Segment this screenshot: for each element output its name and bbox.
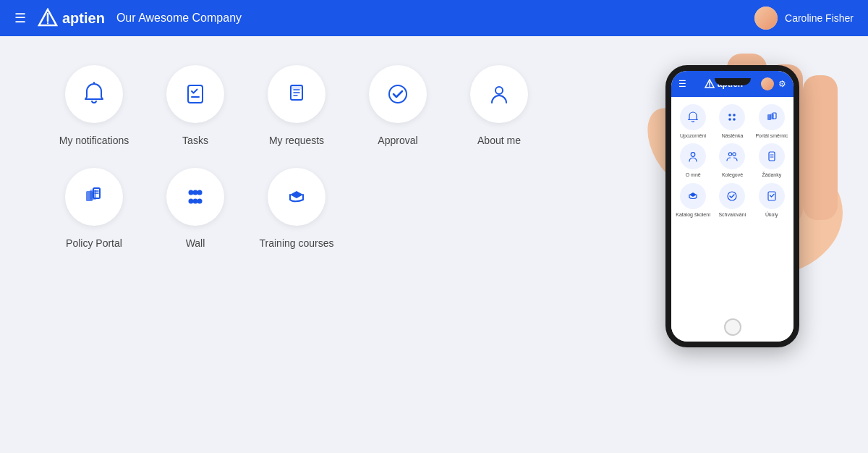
- svg-point-35: [729, 118, 732, 121]
- phone-label-4: Kolegové: [722, 172, 743, 178]
- phone-requests-icon: [765, 150, 778, 163]
- svg-rect-43: [769, 152, 775, 161]
- svg-point-32: [709, 86, 710, 87]
- logo: aptien: [38, 8, 105, 28]
- label-wall: Wall: [186, 237, 205, 249]
- phone-item-6[interactable]: Katalog školení: [676, 183, 710, 218]
- logo-text: aptien: [62, 10, 105, 27]
- requests-icon: [284, 81, 310, 107]
- icon-item-approval[interactable]: Approval: [347, 65, 448, 146]
- icon-item-policy[interactable]: Policy Portal: [43, 168, 145, 249]
- icon-circle-approval: [369, 65, 427, 123]
- phone-hamburger-icon: ☰: [678, 79, 686, 89]
- icons-row-1: My notifications Tasks: [43, 65, 608, 146]
- training-icon: [284, 184, 310, 210]
- phone-label-7: Schvalování: [718, 212, 746, 218]
- svg-point-34: [733, 114, 736, 117]
- icon-item-about[interactable]: About me: [448, 65, 550, 146]
- phone-icon-circle-8: [759, 183, 785, 209]
- phone-label-3: O mně: [686, 172, 701, 178]
- phone-label-1: Nástěnka: [722, 133, 744, 139]
- icon-item-notifications[interactable]: My notifications: [43, 65, 145, 146]
- phone-icon-circle-5: [759, 143, 785, 169]
- phone-item-7[interactable]: Schvalování: [715, 183, 749, 218]
- icon-item-requests[interactable]: My requests: [246, 65, 347, 146]
- phone-home-button[interactable]: [724, 318, 741, 336]
- label-training: Training courses: [260, 237, 334, 249]
- phone-label-0: Upozornění: [680, 133, 706, 139]
- phone-icon-circle-0: [680, 104, 706, 130]
- svg-point-18: [189, 190, 194, 195]
- wall-icon: [182, 184, 208, 210]
- label-requests: My requests: [269, 135, 324, 146]
- tasks-icon: [182, 81, 208, 107]
- icon-item-training[interactable]: Training courses: [246, 168, 347, 249]
- hamburger-menu[interactable]: ☰: [14, 12, 26, 25]
- phone-bell-icon: [686, 111, 699, 124]
- svg-point-23: [193, 199, 198, 204]
- icon-circle-notifications: [65, 65, 123, 123]
- phone-logo-icon: [705, 79, 715, 89]
- label-about: About me: [477, 135, 521, 146]
- phone-label-8: Úkoly: [765, 212, 778, 218]
- phone-wall-icon: [726, 111, 739, 124]
- phone-colleagues-icon: [726, 150, 739, 163]
- icon-circle-tasks: [166, 65, 224, 123]
- icons-section: My notifications Tasks: [43, 65, 608, 271]
- svg-rect-10: [291, 85, 302, 89]
- icon-circle-about: [470, 65, 528, 123]
- phone-item-2[interactable]: Portál směrnic: [754, 104, 789, 139]
- icon-item-wall[interactable]: Wall: [145, 168, 246, 249]
- main-content: My notifications Tasks: [0, 36, 868, 271]
- phone-item-8[interactable]: Úkoly: [754, 183, 789, 218]
- phone-label-5: Žádanky: [762, 172, 781, 178]
- phone-icon-circle-7: [719, 183, 745, 209]
- phone-item-1[interactable]: Nástěnka: [715, 104, 749, 139]
- about-icon: [486, 81, 512, 107]
- phone-gear-icon: ⚙: [778, 79, 786, 89]
- svg-point-42: [733, 153, 736, 156]
- phone-grid: Upozornění: [676, 104, 789, 218]
- phone-content: Upozornění: [671, 97, 793, 342]
- svg-point-11: [389, 85, 407, 103]
- phone-icon-circle-6: [680, 183, 706, 209]
- svg-point-19: [197, 190, 203, 195]
- phone-avatar: [761, 77, 774, 90]
- icon-circle-policy: [65, 168, 123, 226]
- icon-item-tasks[interactable]: Tasks: [145, 65, 246, 146]
- phone-icon-circle-1: [719, 104, 745, 130]
- svg-point-2: [47, 22, 48, 24]
- phone-label-6: Katalog školení: [676, 212, 710, 218]
- phone-label-2: Portál směrnic: [755, 133, 788, 139]
- svg-point-36: [733, 118, 736, 121]
- label-tasks: Tasks: [182, 135, 208, 146]
- phone-icon-circle-2: [759, 104, 785, 130]
- phone-item-4[interactable]: Kolegové: [715, 143, 749, 178]
- phone-training-icon: [686, 190, 699, 203]
- icon-circle-wall: [166, 168, 224, 226]
- svg-point-40: [691, 153, 695, 157]
- approval-icon: [385, 81, 411, 107]
- svg-point-41: [729, 153, 732, 156]
- phone-about-icon: [686, 150, 699, 163]
- icon-circle-training: [268, 168, 326, 226]
- phone-section: ☰ aptien ⚙: [608, 58, 868, 271]
- logo-icon: [38, 8, 58, 28]
- phone-inner: ☰ aptien ⚙: [671, 71, 793, 342]
- bell-icon: [81, 81, 107, 107]
- phone-frame: ☰ aptien ⚙: [665, 65, 799, 347]
- svg-point-21: [197, 199, 203, 204]
- svg-point-12: [495, 87, 503, 94]
- phone-approval-icon: [726, 190, 739, 203]
- phone-tasks-icon: [765, 190, 778, 203]
- label-policy: Policy Portal: [66, 237, 122, 249]
- header-left: ☰ aptien Our Awesome Company: [14, 8, 242, 28]
- icon-circle-requests: [268, 65, 326, 123]
- svg-point-33: [729, 114, 732, 117]
- phone-item-5[interactable]: Žádanky: [754, 143, 789, 178]
- phone-item-0[interactable]: Upozornění: [676, 104, 710, 139]
- policy-icon: [81, 184, 107, 210]
- svg-point-20: [189, 199, 194, 204]
- phone-icon-circle-3: [680, 143, 706, 169]
- phone-item-3[interactable]: O mně: [676, 143, 710, 178]
